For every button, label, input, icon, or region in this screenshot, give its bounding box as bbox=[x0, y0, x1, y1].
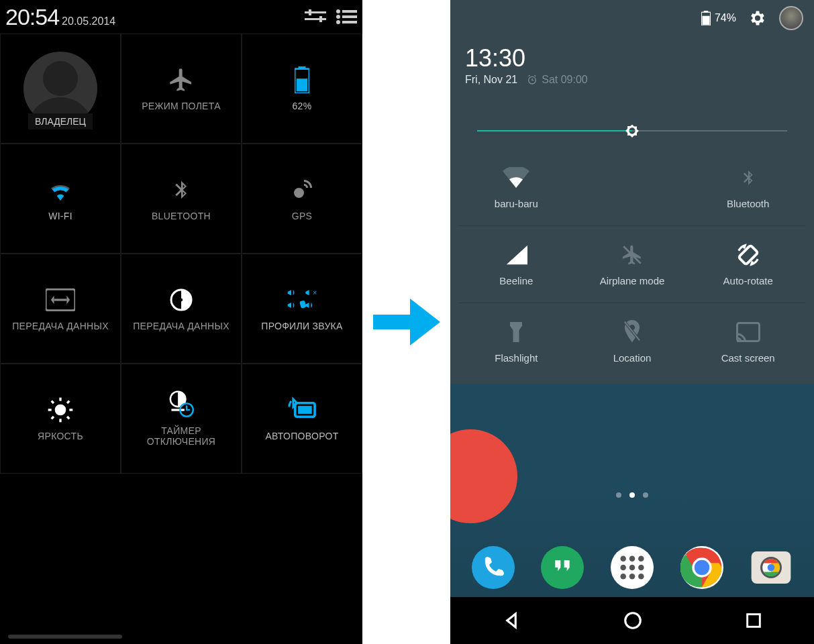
profile-avatar[interactable] bbox=[779, 6, 803, 30]
svg-point-20 bbox=[55, 405, 66, 416]
svg-point-66 bbox=[768, 564, 775, 572]
bottom-scrollbar[interactable] bbox=[8, 635, 122, 639]
bluetooth-label: BLUETOOTH bbox=[152, 211, 211, 221]
home-button[interactable] bbox=[623, 610, 643, 631]
brightness-thumb-icon[interactable] bbox=[623, 121, 642, 140]
chrome-app[interactable] bbox=[678, 543, 726, 592]
svg-point-56 bbox=[620, 574, 626, 580]
battery-pct: 74% bbox=[715, 12, 736, 24]
battery-label: 62% bbox=[293, 101, 312, 111]
panel-time: 13:30 bbox=[465, 44, 799, 72]
hangouts-app[interactable] bbox=[538, 543, 587, 592]
battery-status: 74% bbox=[701, 11, 736, 25]
svg-point-4 bbox=[336, 9, 340, 13]
status-bar: 20:54 20.05.2014 bbox=[0, 0, 362, 34]
signal-icon bbox=[505, 243, 527, 267]
svg-point-55 bbox=[638, 565, 644, 571]
svg-line-40 bbox=[535, 75, 536, 76]
brightness-slider[interactable] bbox=[458, 118, 806, 152]
location-tile[interactable]: Location bbox=[574, 306, 691, 377]
signal-tile[interactable]: Beeline bbox=[458, 229, 574, 300]
rotate-tile[interactable]: АВТОПОВОРОТ bbox=[242, 364, 362, 474]
sound-label: ПРОФИЛИ ЗВУКА bbox=[261, 321, 342, 331]
wifi-tile[interactable]: WI-FI bbox=[0, 144, 121, 254]
camera-app[interactable] bbox=[747, 543, 795, 592]
svg-rect-34 bbox=[373, 315, 413, 329]
bluetooth-tile[interactable]: BLUETOOTH bbox=[121, 144, 242, 254]
bluetooth-tile[interactable]: Bluetooth bbox=[690, 152, 806, 223]
svg-point-54 bbox=[629, 565, 635, 571]
brightness-fill bbox=[477, 130, 632, 131]
flashlight-tile[interactable]: Flashlight bbox=[458, 306, 574, 377]
data2-tile[interactable]: ПЕРЕДАЧА ДАННЫХ bbox=[121, 254, 242, 364]
wifi-icon bbox=[46, 176, 74, 204]
battery-tile[interactable]: 62% bbox=[242, 34, 362, 144]
svg-point-48 bbox=[541, 546, 584, 589]
timer-icon bbox=[167, 390, 195, 419]
flashlight-icon bbox=[508, 320, 524, 344]
airplane-tile[interactable]: РЕЖИМ ПОЛЕТА bbox=[121, 34, 242, 144]
wifi-label: WI-FI bbox=[48, 211, 72, 221]
airplane-label: Airplane mode bbox=[600, 275, 665, 286]
qs-body: baru-baru Bluetooth Beeline Airplane mod… bbox=[458, 107, 806, 384]
flashlight-label: Flashlight bbox=[495, 352, 538, 364]
list-settings-icon[interactable] bbox=[336, 6, 357, 28]
data2-label: ПЕРЕДАЧА ДАННЫХ bbox=[133, 321, 230, 331]
svg-rect-9 bbox=[342, 21, 357, 23]
sound-tile[interactable]: × ПРОФИЛИ ЗВУКА bbox=[242, 254, 362, 364]
data1-tile[interactable]: ПЕРЕДАЧА ДАННЫХ bbox=[0, 254, 121, 364]
app-dock bbox=[450, 543, 814, 592]
svg-point-57 bbox=[629, 574, 635, 580]
bluetooth-label: Bluetooth bbox=[727, 198, 769, 209]
wifi-icon bbox=[503, 166, 529, 190]
recents-button[interactable] bbox=[744, 611, 763, 630]
app-drawer[interactable] bbox=[608, 543, 656, 592]
battery-icon bbox=[295, 66, 309, 94]
svg-point-53 bbox=[620, 565, 626, 571]
owner-tile[interactable]: ВЛАДЕЛЕЦ bbox=[0, 34, 121, 144]
owner-label: ВЛАДЕЛЕЦ bbox=[28, 113, 93, 129]
back-button[interactable] bbox=[501, 610, 521, 631]
airplane-icon bbox=[621, 243, 644, 267]
dot-active bbox=[629, 492, 635, 498]
svg-line-28 bbox=[67, 401, 69, 403]
panel-date: Fri, Nov 21 bbox=[465, 74, 517, 86]
nav-bar bbox=[450, 597, 814, 644]
svg-rect-12 bbox=[297, 78, 307, 91]
equalizer-icon[interactable] bbox=[305, 6, 326, 28]
airplane-tile[interactable]: Airplane mode bbox=[574, 229, 691, 300]
panel-header: 13:30 Fri, Nov 21 Sat 09:00 bbox=[450, 36, 814, 97]
data-transfer-icon bbox=[46, 286, 75, 314]
svg-point-51 bbox=[629, 555, 635, 561]
svg-point-67 bbox=[625, 613, 641, 629]
page-indicator bbox=[450, 492, 814, 498]
svg-point-62 bbox=[694, 560, 709, 575]
cast-tile[interactable]: Cast screen bbox=[690, 306, 806, 377]
timer-label: ТАЙМЕР ОТКЛЮЧЕНИЯ bbox=[127, 425, 236, 447]
clock-data-icon bbox=[169, 286, 193, 314]
wifi-label: baru-baru bbox=[495, 198, 538, 209]
settings-icon[interactable] bbox=[748, 9, 767, 28]
svg-text:×: × bbox=[313, 288, 317, 297]
gps-tile[interactable]: GPS bbox=[242, 144, 362, 254]
dot bbox=[616, 492, 621, 498]
svg-point-8 bbox=[336, 20, 340, 24]
phone-app[interactable] bbox=[469, 543, 517, 592]
svg-rect-3 bbox=[319, 16, 322, 22]
sound-profile-icon: × bbox=[286, 286, 318, 314]
svg-line-39 bbox=[529, 75, 530, 76]
data1-label: ПЕРЕДАЧА ДАННЫХ bbox=[12, 321, 109, 331]
auto-rotate-icon bbox=[735, 243, 761, 267]
timer-tile[interactable]: ТАЙМЕР ОТКЛЮЧЕНИЯ bbox=[121, 364, 242, 474]
clock-area: 20:54 20.05.2014 bbox=[5, 4, 115, 30]
auto-rotate-icon bbox=[287, 396, 317, 424]
airplane-icon bbox=[168, 66, 195, 94]
svg-rect-30 bbox=[171, 409, 184, 411]
brightness-icon bbox=[47, 396, 74, 424]
brightness-tile[interactable]: ЯРКОСТЬ bbox=[0, 364, 121, 474]
wifi-tile[interactable]: baru-baru bbox=[458, 152, 574, 223]
clock-time: 20:54 bbox=[5, 4, 59, 30]
comparison-arrow bbox=[362, 0, 450, 644]
rotate-tile[interactable]: Auto-rotate bbox=[690, 229, 806, 300]
svg-point-58 bbox=[638, 574, 644, 580]
